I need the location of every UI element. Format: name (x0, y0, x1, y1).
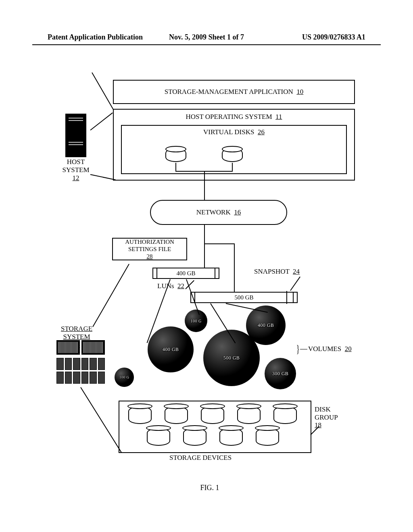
header-mid: Nov. 5, 2009 Sheet 1 of 7 (154, 33, 260, 42)
volume-sphere: 300 GB (265, 358, 296, 389)
volume-sphere: 400 GB (148, 326, 194, 372)
lun-bar: 500 GB (194, 292, 294, 303)
connector-line (175, 163, 176, 171)
disk-group-label: DISK GROUP18 (315, 405, 347, 429)
bracket-line (92, 264, 129, 327)
volume-sphere: 100 G (185, 310, 207, 332)
connector-line (204, 243, 235, 244)
storage-device-icon (219, 428, 243, 446)
figure-canvas: HOST SYSTEM 12 STORAGE-MANAGEMENT APPLIC… (48, 69, 371, 492)
host-system-ref: 12 (73, 174, 79, 182)
storage-mgmt-box: STORAGE-MANAGEMENT APPLICATION 10 (113, 80, 355, 104)
connector-line (234, 243, 235, 292)
bracket-line (80, 387, 121, 452)
luns-label: LUNs 22 (157, 282, 184, 290)
storage-devices-label: STORAGE DEVICES (169, 454, 232, 462)
header-left: Patent Application Publication (48, 33, 154, 42)
storage-device-icon (128, 406, 152, 424)
figure-caption: FIG. 1 (48, 484, 371, 492)
storage-device-icon (201, 406, 224, 424)
snapshot-label: SNAPSHOT 24 (254, 268, 300, 276)
storage-device-icon (237, 406, 261, 424)
virtual-disk-icon (222, 148, 243, 162)
lun-bar: 400 GB (156, 268, 216, 279)
network-cloud: NETWORK 16 (150, 200, 287, 225)
virtual-disk-icon (165, 148, 186, 162)
auth-file-box: AUTHORIZATION SETTINGS FILE 28 (112, 238, 187, 260)
storage-device-icon (165, 406, 188, 424)
connector-line (232, 163, 233, 171)
snapshot-divider (286, 291, 287, 304)
connector-line (204, 243, 205, 268)
storage-device-icon (256, 428, 279, 446)
volumes-label: VOLUMES 20 (308, 345, 352, 353)
storage-rack-icon (56, 340, 105, 382)
page-header: Patent Application Publication Nov. 5, 2… (0, 33, 413, 42)
connector-line (204, 225, 205, 243)
brace-right: } (296, 343, 300, 355)
host-computer-icon (65, 114, 86, 157)
storage-device-icon (273, 406, 297, 424)
connector-line (204, 172, 205, 200)
lead-line (300, 349, 307, 349)
volume-sphere: 100 G (115, 368, 134, 387)
header-rule (32, 44, 381, 45)
bracket-line (90, 112, 113, 131)
host-system-label: HOST SYSTEM 12 (56, 158, 96, 182)
storage-device-icon (183, 428, 206, 446)
storage-device-icon (147, 428, 170, 446)
header-right: US 2009/0276833 A1 (259, 33, 365, 42)
lead-line (290, 276, 300, 291)
